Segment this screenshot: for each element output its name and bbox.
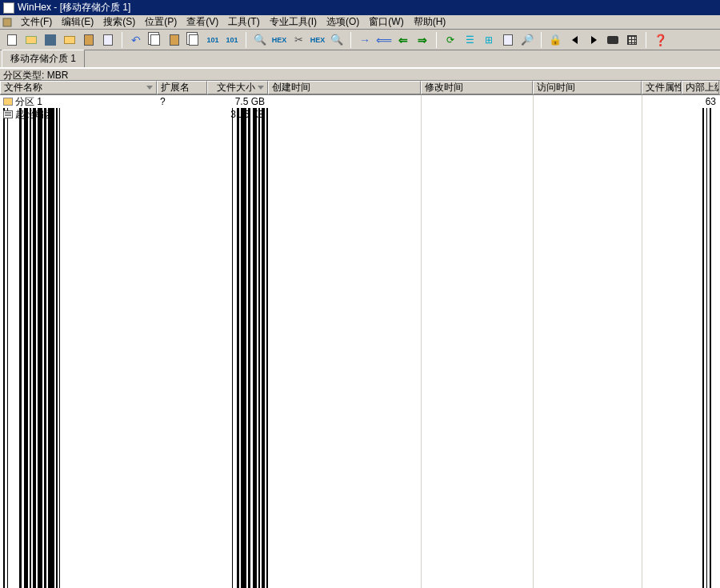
tb-gotoback[interactable]: ⟸	[375, 31, 393, 49]
tb-copyblock[interactable]	[185, 31, 202, 49]
tb-diskeditor[interactable]: ☰	[461, 31, 478, 49]
tb-calc[interactable]	[499, 31, 517, 49]
col-size[interactable]: 文件大小	[207, 81, 268, 94]
tb-camera[interactable]	[604, 31, 622, 49]
tb-lock[interactable]: 🔒	[546, 31, 564, 49]
table-row[interactable]: 起始扇区 31.5 KB	[0, 108, 720, 121]
col-accessed[interactable]: 访问时间	[533, 81, 642, 94]
tb-grid[interactable]	[623, 31, 641, 49]
tb-save[interactable]	[42, 31, 59, 49]
col-sector[interactable]: 内部上级目录	[682, 81, 719, 94]
tb-find[interactable]: 🔍	[251, 31, 269, 49]
cell-name: 分区 1	[15, 95, 42, 108]
col-created[interactable]: 创建时间	[268, 81, 421, 94]
cell-size: 7.5 GB	[235, 96, 265, 107]
menu-protools[interactable]: 专业工具(I)	[265, 15, 322, 29]
tb-prev[interactable]	[566, 31, 583, 49]
menu-window[interactable]: 窗口(W)	[364, 15, 408, 29]
menu-options[interactable]: 选项(O)	[322, 15, 364, 29]
titlebar: WinHex - [移动存储介质 1]	[0, 0, 720, 15]
tb-fwd[interactable]: ⇒	[414, 31, 431, 49]
app-icon	[3, 2, 14, 14]
tb-next[interactable]	[585, 31, 602, 49]
tb-replacehex[interactable]: HEX	[309, 31, 326, 49]
menubar: 文件(F) 编辑(E) 搜索(S) 位置(P) 查看(V) 工具(T) 专业工具…	[0, 15, 720, 30]
menu-search[interactable]: 搜索(S)	[98, 15, 140, 29]
menu-edit[interactable]: 编辑(E)	[57, 15, 98, 29]
col-modified[interactable]: 修改时间	[421, 81, 533, 94]
tb-ramedit[interactable]: ⊞	[480, 31, 498, 49]
sort-arrow-icon	[146, 86, 153, 90]
tb-disk[interactable]: ⟳	[442, 31, 459, 49]
tb-copy[interactable]	[146, 31, 164, 49]
menu-view[interactable]: 查看(V)	[182, 15, 223, 29]
window-title: WinHex - [移动存储介质 1]	[18, 0, 130, 15]
sort-arrow-icon	[258, 86, 264, 90]
toolbar: ↶ 101 101 🔍 HEX ✂ HEX 🔍 → ⟸ ⇐ ⇒ ⟳ ☰ ⊞ 🔎 …	[0, 30, 720, 50]
tb-findhex[interactable]: HEX	[270, 31, 288, 49]
tb-goto[interactable]: →	[356, 31, 374, 49]
tb-open[interactable]	[22, 31, 40, 49]
col-name[interactable]: 文件名称	[0, 81, 157, 94]
tb-help[interactable]: ❓	[651, 31, 669, 49]
menu-glyph-icon	[2, 17, 13, 28]
tb-search2[interactable]: 🔎	[518, 31, 536, 49]
tb-findtext[interactable]: ✂	[290, 31, 307, 49]
infobar: 分区类型: MBR	[0, 68, 720, 81]
tb-new[interactable]	[3, 31, 21, 49]
file-listview: 文件名称 扩展名 文件大小 创建时间 修改时间 访问时间 文件属性 内部上级目录…	[0, 81, 720, 588]
cell-size: 31.5 KB	[230, 109, 265, 120]
menu-file[interactable]: 文件(F)	[16, 15, 57, 29]
tabbar: 移动存储介质 1	[0, 50, 720, 68]
svg-rect-0	[3, 18, 11, 26]
tb-pastewrite[interactable]: 101	[223, 31, 241, 49]
table-row[interactable]: 分区 1 ? 7.5 GB 63	[0, 95, 720, 108]
col-ext[interactable]: 扩展名	[157, 81, 207, 94]
tb-undo[interactable]: ↶	[127, 31, 145, 49]
render-artifacts	[0, 108, 720, 588]
sector-icon	[3, 110, 13, 118]
tb-props[interactable]	[99, 31, 117, 49]
col-attr[interactable]: 文件属性	[642, 81, 682, 94]
tb-back[interactable]: ⇐	[394, 31, 412, 49]
cell-sector: 63	[706, 96, 716, 107]
partition-icon	[3, 98, 13, 106]
menu-position[interactable]: 位置(P)	[140, 15, 182, 29]
menu-tools[interactable]: 工具(T)	[223, 15, 264, 29]
tab-disk[interactable]: 移动存储介质 1	[2, 50, 85, 67]
tb-replace[interactable]: 🔍	[328, 31, 346, 49]
tb-pastehex[interactable]: 101	[204, 31, 222, 49]
column-headers: 文件名称 扩展名 文件大小 创建时间 修改时间 访问时间 文件属性 内部上级目录	[0, 81, 720, 95]
menu-help[interactable]: 帮助(H)	[409, 15, 451, 29]
tb-paste[interactable]	[166, 31, 183, 49]
tb-folder[interactable]	[61, 31, 78, 49]
cell-ext: ?	[160, 96, 166, 107]
cell-name: 起始扇区	[15, 108, 54, 121]
tb-print[interactable]	[80, 31, 98, 49]
partition-type-label: 分区类型: MBR	[3, 70, 68, 81]
